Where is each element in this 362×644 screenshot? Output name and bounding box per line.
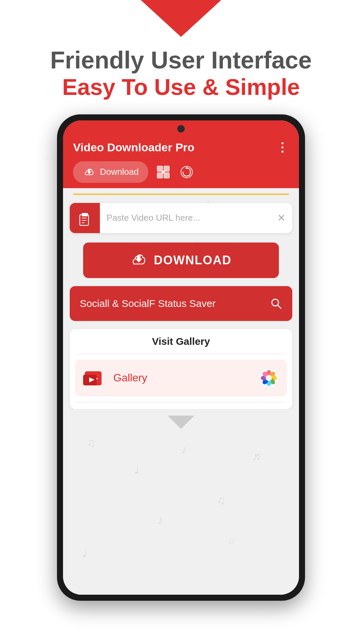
divider-top — [76, 354, 286, 354]
svg-point-4 — [162, 171, 165, 173]
yellow-progress-line — [73, 194, 289, 195]
photos-icon — [259, 368, 279, 388]
status-saver-button[interactable]: Sociall & SocialF Status Saver — [70, 286, 292, 321]
visit-gallery-title: Visit Gallery — [70, 329, 292, 354]
status-saver-label: Sociall & SocialF Status Saver — [80, 298, 216, 309]
gallery-label: Gallery — [113, 372, 252, 384]
tab-download-label: Download — [100, 167, 139, 177]
tab-puzzle[interactable] — [155, 164, 172, 180]
app-bar-top: Video Downloader Pro ⋮ — [73, 141, 289, 161]
phone-mockup: Video Downloader Pro ⋮ Download — [57, 114, 305, 601]
svg-line-13 — [278, 305, 281, 308]
paste-button[interactable] — [70, 203, 100, 233]
url-placeholder: Paste Video URL here... — [107, 213, 200, 223]
phone-inner: Video Downloader Pro ⋮ Download — [63, 120, 299, 595]
tab-refresh[interactable] — [178, 164, 195, 180]
svg-rect-2 — [157, 173, 163, 178]
download-cloud-icon — [82, 165, 96, 179]
three-dots-icon[interactable]: ⋮ — [276, 141, 289, 155]
tab-bar: Download — [73, 161, 289, 188]
gallery-item[interactable]: Gallery — [75, 360, 287, 396]
download-button[interactable]: DOWNLOAD — [83, 243, 279, 278]
svg-rect-3 — [164, 173, 169, 178]
svg-rect-0 — [157, 166, 163, 171]
heading-sub: Easy To Use & Simple — [50, 73, 312, 101]
main-content: ♪ ♩ ♫ ♪ ♬ ○ ○ ♩ ♫ ♪ ♩ ♪ ♬ ♫ ♪ ♩ ○ — [63, 188, 299, 595]
url-input[interactable]: Paste Video URL here... — [100, 213, 270, 223]
heading-main: Friendly User Interface — [50, 47, 312, 73]
svg-rect-8 — [82, 213, 88, 216]
gallery-video-icon — [83, 366, 107, 390]
tab-download[interactable]: Download — [73, 161, 148, 183]
bottom-continuation: ♫ ♪ ♬ ♩ — [63, 409, 299, 496]
top-arrow-icon — [141, 0, 221, 37]
download-btn-label: DOWNLOAD — [154, 253, 232, 267]
clear-button[interactable]: ✕ — [270, 212, 292, 224]
visit-gallery-section: Visit Gallery Gallery — [70, 329, 292, 409]
url-input-row: Paste Video URL here... ✕ — [70, 203, 292, 233]
app-title: Video Downloader Pro — [73, 141, 194, 154]
svg-rect-1 — [164, 166, 169, 171]
bottom-arrow-row — [63, 409, 299, 429]
camera-dot — [177, 125, 185, 132]
heading-area: Friendly User Interface Easy To Use & Si… — [30, 47, 332, 101]
bottom-arrow-icon — [168, 416, 194, 429]
svg-point-27 — [266, 375, 272, 381]
